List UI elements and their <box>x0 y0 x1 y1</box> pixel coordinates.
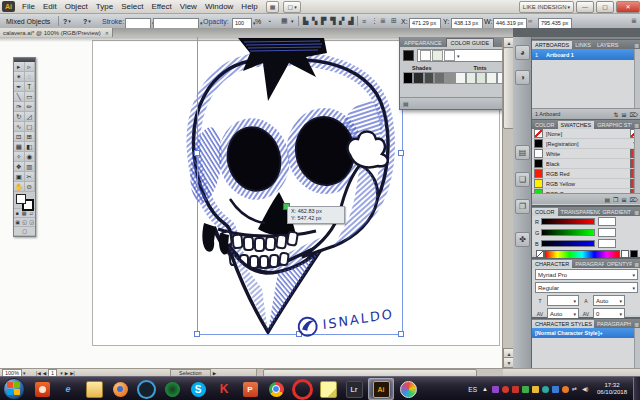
distribute-horizontal-icon[interactable]: ≡ <box>362 14 366 28</box>
start-button[interactable] <box>3 378 25 400</box>
tint-swatch[interactable] <box>466 72 476 84</box>
network-icon[interactable]: ⇄ <box>572 386 579 393</box>
font-style-select[interactable]: Regular ▾ <box>535 282 638 293</box>
align-top-icon[interactable]: ▜ <box>330 14 335 28</box>
swatch-libraries-icon[interactable]: ▤ <box>604 196 610 203</box>
menu-window[interactable]: Window <box>201 2 237 11</box>
minimize-button[interactable]: — <box>576 1 594 13</box>
fill-stroke-control[interactable] <box>14 192 35 209</box>
lightroom-icon[interactable]: Lr <box>342 379 366 399</box>
base-color-swatch[interactable] <box>403 50 414 61</box>
paint-app-icon[interactable] <box>396 379 420 399</box>
tab-swatches[interactable]: SWATCHES <box>558 121 595 129</box>
free-transform-tool-icon[interactable]: ▢ <box>25 122 36 132</box>
slice-tool-icon[interactable]: ✂ <box>25 172 36 182</box>
transform-panel-icon[interactable]: ❏ <box>515 172 530 187</box>
tray-app-icon[interactable] <box>512 386 519 393</box>
panel-menu-icon[interactable]: ≣ <box>632 209 640 216</box>
none-color-chip[interactable] <box>536 250 544 258</box>
paintbrush-tool-icon[interactable]: ✑ <box>14 102 25 112</box>
menu-file[interactable]: File <box>18 2 39 11</box>
menu-select[interactable]: Select <box>117 2 147 11</box>
tab-links[interactable]: LINKS <box>572 41 594 49</box>
menu-type[interactable]: Type <box>92 2 117 11</box>
tray-app-icon[interactable] <box>522 386 529 393</box>
r-value-input[interactable] <box>598 217 616 226</box>
font-family-select[interactable]: Myriad Pro ▾ <box>535 269 638 280</box>
rectangle-tool-icon[interactable]: ▭ <box>25 92 36 102</box>
fill-swatch[interactable] <box>16 194 26 204</box>
workspace-switcher[interactable]: LIKE INDESIGN▾ <box>519 1 574 13</box>
menu-edit[interactable]: Edit <box>39 2 61 11</box>
menu-help[interactable]: Help <box>237 2 261 11</box>
shade-swatch[interactable] <box>434 72 444 84</box>
menu-object[interactable]: Object <box>61 2 92 11</box>
swatch-row-rgb-red[interactable]: RGB Red <box>532 169 640 179</box>
panel-menu-icon[interactable]: ≣ <box>632 42 640 49</box>
tab-artboards[interactable]: ARTBOARDS <box>532 41 572 49</box>
tab-opentype[interactable]: OPENTYPE <box>604 260 632 268</box>
selection-handle[interactable] <box>398 331 404 337</box>
media-player-icon[interactable] <box>30 379 54 399</box>
stroke-color-picker[interactable]: ?▾ <box>83 14 91 28</box>
swatch-row-rgb-yellow[interactable]: RGB Yellow <box>532 179 640 189</box>
menu-view[interactable]: View <box>176 2 201 11</box>
restore-button[interactable]: ▢ <box>596 1 614 13</box>
align-left-icon[interactable]: ▙ <box>303 14 308 28</box>
perspective-grid-tool-icon[interactable]: ⊞ <box>25 132 36 142</box>
transform-panel-icon[interactable]: ⊞ <box>391 14 397 28</box>
tab-color-guide[interactable]: COLOR GUIDE <box>446 38 495 47</box>
tint-swatch[interactable] <box>455 72 465 84</box>
magic-wand-tool-icon[interactable]: ✶ <box>14 72 25 82</box>
zoom-tool-icon[interactable]: ⊙ <box>25 182 36 192</box>
illustrator-icon-active[interactable]: Ai <box>368 378 394 400</box>
panel-menu-icon[interactable]: ≣ <box>632 122 640 129</box>
volume-icon[interactable]: ◀) <box>582 386 589 393</box>
black-chip[interactable] <box>630 250 638 258</box>
stroke-label[interactable]: Stroke: <box>102 14 124 28</box>
panel-scrollbar[interactable] <box>634 49 640 108</box>
direct-selection-tool-icon[interactable]: ▹ <box>25 62 36 72</box>
rotate-tool-icon[interactable]: ↻ <box>14 112 25 122</box>
gradient-panel-icon[interactable]: ◑ <box>515 70 530 85</box>
tray-app-icon[interactable] <box>492 386 499 393</box>
g-slider[interactable] <box>541 229 595 236</box>
file-explorer-icon[interactable] <box>82 379 106 399</box>
status-menu-icon[interactable]: ▶ <box>213 371 216 376</box>
eyedropper-tool-icon[interactable]: ✧ <box>14 152 25 162</box>
color-group-icon[interactable]: ❐ <box>613 196 618 203</box>
b-value-input[interactable] <box>598 239 616 248</box>
distribute-vertical-icon[interactable]: ⋮ <box>371 14 378 28</box>
close-tab-icon[interactable]: ✕ <box>105 30 109 36</box>
document-tab[interactable]: calavera.ai* @ 100% (RGB/Preview) ✕ <box>0 28 113 37</box>
panel-menu-icon[interactable]: ≣ <box>632 261 640 268</box>
tab-transparency[interactable]: TRANSPARENCY <box>558 208 600 216</box>
fill-color-picker[interactable]: ?▾ <box>63 14 71 28</box>
panel-menu-icon[interactable]: ≣ <box>632 321 640 328</box>
width-tool-icon[interactable]: ∿ <box>14 122 25 132</box>
scale-tool-icon[interactable]: ◿ <box>25 112 36 122</box>
constrain-link-icon[interactable]: ∞ <box>528 14 532 28</box>
swatch-row-rgb-green[interactable]: RGB Green <box>532 189 640 193</box>
r-slider[interactable] <box>541 218 595 225</box>
panel-scrollbar[interactable] <box>634 328 640 368</box>
tab-paragraph-styles[interactable]: PARAGRAPH STYLES <box>594 320 632 328</box>
b-slider[interactable] <box>541 240 595 247</box>
artboard-tool-icon[interactable]: ▣ <box>14 172 25 182</box>
column-graph-tool-icon[interactable]: ▥ <box>25 162 36 172</box>
panel-scrollbar[interactable] <box>634 129 640 193</box>
swatch-row-registration[interactable]: [Registration] ✛ <box>532 139 640 149</box>
first-artboard-icon[interactable]: |◀ <box>36 371 41 376</box>
show-desktop-button[interactable] <box>633 377 640 400</box>
green-app-icon[interactable] <box>160 379 184 399</box>
next-artboard-icon[interactable]: ▶ <box>65 371 68 376</box>
kaspersky-icon[interactable]: K <box>212 379 236 399</box>
font-size-select[interactable]: ▾ <box>547 295 579 306</box>
arrange-documents-icon[interactable]: ▢▾ <box>283 1 300 13</box>
swatch-row-black[interactable]: Black <box>532 159 640 169</box>
harmony-rule-select[interactable]: ▾ <box>417 49 502 62</box>
last-artboard-icon[interactable]: ▶| <box>70 371 75 376</box>
internet-explorer-icon[interactable]: e <box>56 379 80 399</box>
tray-app-icon[interactable] <box>542 386 549 393</box>
chrome-icon[interactable] <box>264 379 288 399</box>
